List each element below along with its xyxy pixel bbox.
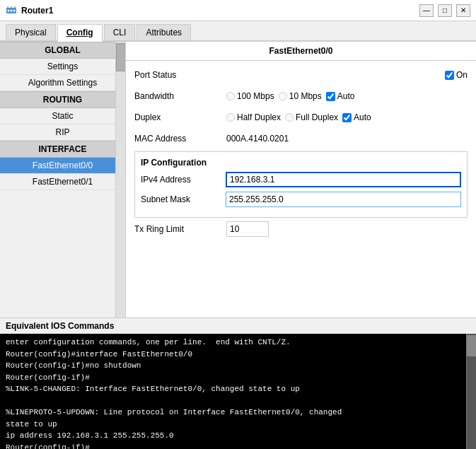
sidebar-item-settings[interactable]: Settings	[0, 59, 125, 75]
terminal[interactable]: enter configuration commands, one per li…	[0, 334, 476, 449]
bandwidth-row: Bandwidth 100 Mbps 10 Mbps Auto	[134, 88, 468, 105]
terminal-line-0: enter configuration commands, one per li…	[6, 337, 470, 349]
terminal-line-1: Router(config)#interface FastEthernet0/0	[6, 349, 470, 361]
bandwidth-auto-checkbox[interactable]	[326, 92, 335, 101]
sidebar-section-global: GLOBAL	[0, 42, 125, 59]
full-duplex-label: Full Duplex	[296, 112, 338, 122]
tab-bar: Physical Config CLI Attributes	[0, 21, 476, 42]
window-title: Router1	[21, 6, 419, 16]
right-panel: FastEthernet0/0 Port Status On Bandwidth	[126, 42, 476, 317]
sidebar-section-routing: ROUTING	[0, 91, 125, 108]
sidebar: GLOBAL Settings Algorithm Settings ROUTI…	[0, 42, 126, 317]
mac-address-label: MAC Address	[134, 134, 226, 144]
terminal-scroll-thumb[interactable]	[467, 335, 476, 356]
half-duplex-label: Half Duplex	[237, 112, 281, 122]
sidebar-item-fastethernet01[interactable]: FastEthernet0/1	[0, 174, 125, 190]
full-duplex-option[interactable]: Full Duplex	[285, 112, 338, 122]
sidebar-scrollbar[interactable]	[115, 42, 125, 317]
port-status-on-label: On	[456, 70, 468, 80]
half-duplex-radio[interactable]	[226, 113, 235, 122]
tx-ring-input[interactable]	[226, 221, 269, 237]
terminal-scrollbar[interactable]	[466, 334, 476, 449]
main-content: GLOBAL Settings Algorithm Settings ROUTI…	[0, 42, 476, 317]
ip-config-title: IP Configuration	[141, 158, 461, 168]
subnet-row: Subnet Mask	[141, 192, 461, 207]
svg-point-2	[11, 9, 13, 11]
terminal-line-9: Router(config-if)#	[6, 442, 470, 450]
ipv4-input[interactable]	[226, 172, 461, 187]
sidebar-scroll-thumb[interactable]	[116, 43, 126, 71]
bandwidth-label: Bandwidth	[134, 91, 226, 101]
half-duplex-option[interactable]: Half Duplex	[226, 112, 281, 122]
bandwidth-10mbps-option[interactable]: 10 Mbps	[279, 91, 322, 101]
bandwidth-10mbps-label: 10 Mbps	[289, 91, 322, 101]
tab-cli[interactable]: CLI	[104, 24, 136, 40]
bandwidth-auto-text: Auto	[337, 91, 355, 101]
tab-attributes[interactable]: Attributes	[137, 24, 191, 40]
port-status-row: Port Status On	[134, 66, 468, 83]
minimize-button[interactable]: —	[419, 4, 434, 17]
title-bar: Router1 — □ ✕	[0, 0, 476, 21]
duplex-auto-text: Auto	[354, 112, 371, 122]
sidebar-item-rip[interactable]: RIP	[0, 124, 125, 141]
equiv-ios-header: Equivalent IOS Commands	[0, 317, 476, 334]
mac-address-text: 000A.4140.0201	[226, 134, 289, 144]
terminal-line-7: state to up	[6, 419, 470, 431]
maximize-button[interactable]: □	[438, 4, 452, 17]
duplex-auto-label[interactable]: Auto	[342, 112, 371, 122]
sidebar-item-algorithm-settings[interactable]: Algorithm Settings	[0, 75, 125, 91]
port-status-checkbox-label[interactable]: On	[445, 70, 468, 80]
tx-ring-label: Tx Ring Limit	[134, 224, 226, 234]
panel-title: FastEthernet0/0	[126, 42, 476, 61]
bandwidth-100mbps-label: 100 Mbps	[237, 91, 274, 101]
ip-config-box: IP Configuration IPv4 Address Subnet Mas…	[134, 151, 468, 218]
duplex-value: Half Duplex Full Duplex Auto	[226, 112, 468, 122]
terminal-line-3: Router(config-if)#	[6, 372, 470, 384]
close-button[interactable]: ✕	[456, 4, 470, 17]
tab-physical[interactable]: Physical	[6, 24, 56, 40]
window-controls[interactable]: — □ ✕	[419, 4, 470, 17]
bandwidth-100mbps-option[interactable]: 100 Mbps	[226, 91, 274, 101]
tx-ring-value	[226, 221, 468, 237]
terminal-line-6: %LINEPROTO-5-UPDOWN: Line protocol on In…	[6, 407, 470, 419]
terminal-line-4: %LINK-5-CHANGED: Interface FastEthernet0…	[6, 383, 470, 395]
ipv4-row: IPv4 Address	[141, 172, 461, 187]
port-status-value: On	[226, 70, 468, 80]
sidebar-item-static[interactable]: Static	[0, 108, 125, 124]
bandwidth-10mbps-radio[interactable]	[279, 92, 287, 100]
mac-address-value: 000A.4140.0201	[226, 134, 468, 144]
config-table: Port Status On Bandwidth 100 Mbps	[126, 61, 476, 247]
svg-point-1	[8, 9, 10, 11]
sidebar-item-fastethernet00[interactable]: FastEthernet0/0	[0, 158, 125, 174]
terminal-line-2: Router(config-if)#no shutdown	[6, 360, 470, 372]
port-status-checkbox[interactable]	[445, 71, 454, 80]
duplex-row: Duplex Half Duplex Full Duplex Auto	[134, 109, 468, 126]
subnet-label: Subnet Mask	[141, 194, 226, 204]
bandwidth-auto-label[interactable]: Auto	[326, 91, 355, 101]
bandwidth-100mbps-radio[interactable]	[226, 92, 235, 100]
router-icon	[6, 5, 17, 16]
duplex-auto-checkbox[interactable]	[342, 113, 352, 122]
mac-address-row: MAC Address 000A.4140.0201	[134, 130, 468, 147]
terminal-line-5	[6, 395, 470, 407]
subnet-input[interactable]	[226, 192, 461, 207]
sidebar-section-interface: INTERFACE	[0, 141, 125, 158]
duplex-label: Duplex	[134, 112, 226, 122]
port-status-label: Port Status	[134, 70, 226, 80]
bandwidth-value: 100 Mbps 10 Mbps Auto	[226, 91, 468, 101]
ipv4-label: IPv4 Address	[141, 175, 226, 185]
full-duplex-radio[interactable]	[285, 113, 294, 122]
terminal-line-8: ip address 192.168.3.1 255.255.255.0	[6, 430, 470, 442]
tab-config[interactable]: Config	[57, 24, 103, 42]
tx-ring-row: Tx Ring Limit	[134, 221, 468, 238]
svg-point-3	[13, 9, 16, 11]
